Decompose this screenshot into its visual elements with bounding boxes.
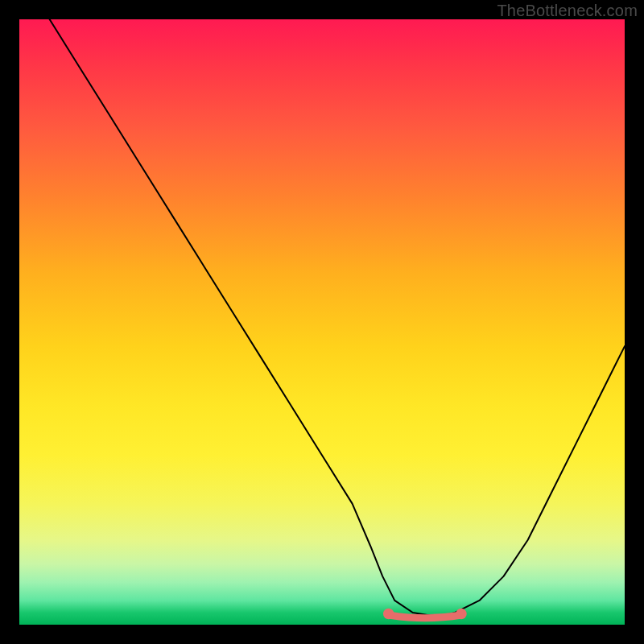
bottleneck-curve [19,19,625,625]
curve-line [50,19,625,616]
plot-area [19,19,625,625]
watermark-text: TheBottleneck.com [497,2,638,20]
chart-frame: TheBottleneck.com [0,0,644,644]
